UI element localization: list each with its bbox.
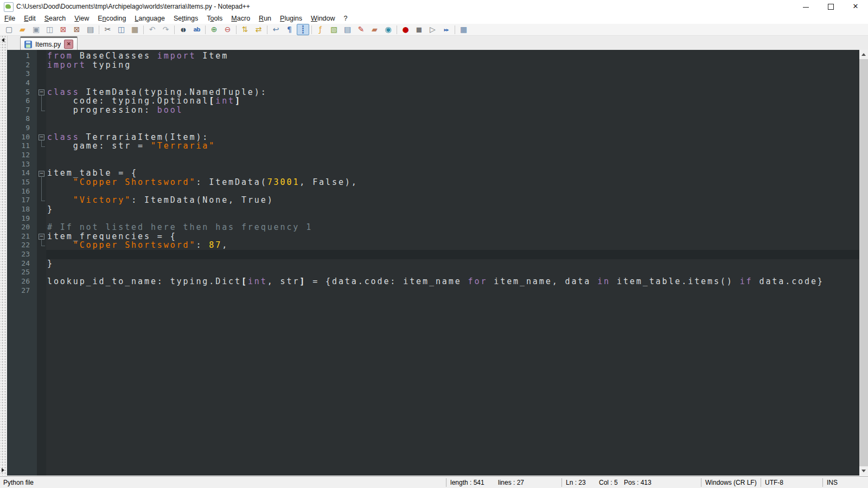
- toolbar-separator: [236, 25, 237, 34]
- menu-item-language[interactable]: Language: [130, 13, 169, 24]
- code-text: "Victory": ItemData(None, True): [46, 196, 859, 205]
- fold-margin-cell[interactable]: −: [37, 88, 46, 97]
- word-wrap-icon[interactable]: ↩: [270, 24, 282, 35]
- expand-right-icon[interactable]: [2, 468, 4, 472]
- code-line: 8: [7, 114, 859, 124]
- code-text: from BaseClasses import Item: [46, 52, 859, 61]
- menu-item-window[interactable]: Window: [307, 13, 339, 24]
- window-title: C:\Users\Dood\Documents\tmp\Archipelago\…: [16, 0, 250, 13]
- line-number: 18: [7, 205, 37, 214]
- scroll-down-button[interactable]: [859, 466, 868, 476]
- indent-guide-icon[interactable]: ┋: [297, 24, 309, 35]
- code-text: [46, 214, 859, 223]
- menu-item-plugins[interactable]: Plugins: [276, 13, 307, 24]
- fold-collapse-icon[interactable]: −: [39, 89, 44, 95]
- close-doc-icon[interactable]: ⊠: [57, 24, 69, 35]
- line-number: 7: [7, 106, 37, 115]
- document-map-icon[interactable]: ▧: [328, 24, 340, 35]
- paste-icon[interactable]: ▦: [129, 24, 141, 35]
- copy-icon[interactable]: ◫: [115, 24, 127, 35]
- open-folder-icon[interactable]: ▰: [16, 24, 29, 35]
- close-icon: ✕: [843, 0, 868, 13]
- left-dock-gripper[interactable]: [0, 36, 8, 476]
- fold-line: [41, 97, 42, 106]
- collapse-left-icon[interactable]: [2, 38, 4, 42]
- new-file-icon[interactable]: ▢: [3, 24, 15, 35]
- fold-margin-cell: [37, 259, 46, 268]
- scrollbar-thumb[interactable]: [859, 59, 868, 466]
- monitoring-eye-icon[interactable]: ◉: [382, 24, 394, 35]
- menu-item-file[interactable]: File: [0, 13, 20, 24]
- maximize-icon: [828, 4, 834, 10]
- title-bar: C:\Users\Dood\Documents\tmp\Archipelago\…: [0, 0, 868, 13]
- fold-margin-cell[interactable]: −: [37, 232, 46, 241]
- macro-run-multiple-icon[interactable]: ▸▸: [440, 24, 452, 35]
- cut-icon[interactable]: ✂: [101, 24, 114, 35]
- save-all-icon[interactable]: ◫: [43, 24, 56, 35]
- line-number: 10: [7, 133, 37, 142]
- macro-stop-icon[interactable]: ◼: [413, 24, 425, 35]
- code-text: code: typing.Optional[int]: [46, 97, 859, 106]
- vertical-scrollbar[interactable]: [859, 50, 868, 476]
- scroll-up-button[interactable]: [859, 50, 868, 59]
- status-insert-mode[interactable]: INS: [827, 478, 838, 487]
- menu-item-view[interactable]: View: [70, 13, 93, 24]
- status-doc-type: Python file: [3, 478, 34, 487]
- fold-collapse-icon[interactable]: −: [39, 234, 44, 240]
- tab-label: Items.py: [35, 41, 61, 48]
- find-icon[interactable]: ◖◗: [177, 24, 189, 35]
- sync-horizontal-icon[interactable]: ⇄: [252, 24, 265, 35]
- fold-margin-cell[interactable]: −: [37, 169, 46, 178]
- line-number: 19: [7, 214, 37, 223]
- tab-bar: Items.py ✕: [7, 36, 868, 50]
- document-list-icon[interactable]: ▤: [341, 24, 354, 35]
- line-number: 1: [7, 52, 37, 61]
- line-number: 13: [7, 160, 37, 169]
- folder-workspace-icon[interactable]: ▰: [368, 24, 381, 35]
- menu-item-tools[interactable]: Tools: [202, 13, 227, 24]
- fold-collapse-icon[interactable]: −: [39, 171, 44, 177]
- macro-play-icon[interactable]: ▷: [426, 24, 439, 35]
- fold-collapse-icon[interactable]: −: [39, 134, 44, 140]
- menu-item-encoding[interactable]: Encoding: [93, 13, 130, 24]
- line-number: 6: [7, 97, 37, 106]
- code-line: 9: [7, 124, 859, 133]
- code-text: [46, 69, 859, 79]
- code-text: lookup_id_to_name: typing.Dict[int, str]…: [46, 277, 859, 286]
- function-list-icon[interactable]: ƒ: [314, 24, 327, 35]
- zoom-out-icon[interactable]: ⊖: [221, 24, 234, 35]
- redo-icon[interactable]: ↷: [159, 24, 172, 35]
- menu-item-run[interactable]: Run: [254, 13, 276, 24]
- line-number: 5: [7, 88, 37, 97]
- show-all-chars-icon[interactable]: ¶: [283, 24, 296, 35]
- maximize-button[interactable]: [818, 0, 843, 13]
- tab-close-icon[interactable]: ✕: [64, 40, 73, 49]
- status-separator: [822, 478, 823, 487]
- toolbar: ▢▰▣◫⊠⊠▤✂◫▦↶↷◖◗ab⊕⊖⇅⇄↩¶┋ƒ▧▤✎▰◉●◼▷▸▸▦: [0, 24, 868, 36]
- print-icon[interactable]: ▤: [84, 24, 97, 35]
- menu-item-edit[interactable]: Edit: [20, 13, 40, 24]
- fold-margin-cell[interactable]: −: [37, 133, 46, 142]
- menu-item-search[interactable]: Search: [40, 13, 71, 24]
- replace-icon[interactable]: ab: [190, 24, 203, 35]
- fold-margin-cell: [37, 223, 46, 232]
- tab-items-py[interactable]: Items.py ✕: [20, 36, 78, 50]
- macro-save-icon[interactable]: ▦: [457, 24, 470, 35]
- close-button[interactable]: ✕: [843, 0, 868, 13]
- line-number: 27: [7, 286, 37, 296]
- save-icon[interactable]: ▣: [30, 24, 42, 35]
- minimize-button[interactable]: [793, 0, 818, 13]
- macro-record-icon[interactable]: ●: [399, 24, 412, 35]
- code-line: 20# If not listed here then has frequenc…: [7, 223, 859, 232]
- fold-end-icon: [41, 196, 45, 201]
- menu-item-[interactable]: ?: [340, 13, 352, 24]
- menu-item-settings[interactable]: Settings: [169, 13, 202, 24]
- code-line: 1from BaseClasses import Item: [7, 52, 859, 61]
- editor-surface[interactable]: 1from BaseClasses import Item2import typ…: [7, 50, 859, 476]
- close-all-icon[interactable]: ⊠: [71, 24, 83, 35]
- zoom-in-icon[interactable]: ⊕: [208, 24, 220, 35]
- sync-vertical-icon[interactable]: ⇅: [239, 24, 251, 35]
- menu-item-macro[interactable]: Macro: [227, 13, 254, 24]
- undo-icon[interactable]: ↶: [146, 24, 158, 35]
- define-language-icon[interactable]: ✎: [355, 24, 367, 35]
